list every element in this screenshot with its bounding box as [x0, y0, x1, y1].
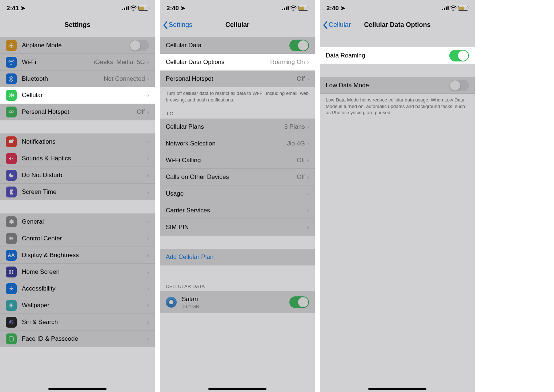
row-sim-pin[interactable]: SIM PIN ›: [160, 219, 315, 236]
row-add-plan[interactable]: Add Cellular Plan: [160, 249, 315, 265]
chevron-icon: ›: [307, 157, 309, 164]
row-cellular[interactable]: Cellular ›: [0, 87, 155, 104]
row-notifications[interactable]: Notifications ›: [0, 133, 155, 150]
row-label: Sounds & Haptics: [22, 155, 147, 162]
battery-icon: [458, 6, 468, 11]
row-hotspot[interactable]: Personal Hotspot Off ›: [160, 71, 315, 87]
row-value: Off: [297, 173, 305, 181]
svg-rect-3: [12, 270, 13, 271]
chevron-icon: ›: [147, 76, 149, 82]
low-data-toggle[interactable]: [449, 80, 469, 91]
row-network-selection[interactable]: Network Selection Jio 4G ›: [160, 135, 315, 152]
row-faceid[interactable]: Face ID & Passcode ›: [0, 331, 155, 347]
page-title: Cellular: [225, 21, 249, 29]
row-label: Carrier Services: [166, 207, 307, 214]
row-accessibility[interactable]: Accessibility ›: [0, 280, 155, 297]
chevron-icon: ›: [147, 285, 149, 292]
page-title: Cellular Data Options: [364, 21, 430, 29]
safari-toggle[interactable]: [289, 296, 309, 308]
row-screentime[interactable]: Screen Time ›: [0, 184, 155, 200]
chevron-icon: ›: [307, 191, 309, 197]
screentime-icon: [6, 187, 17, 197]
row-control-center[interactable]: Control Center ›: [0, 230, 155, 247]
row-dnd[interactable]: Do Not Disturb ›: [0, 167, 155, 184]
home-indicator[interactable]: [208, 388, 266, 390]
row-wifi[interactable]: Wi-Fi iGeeks_Media_5G ›: [0, 54, 155, 71]
home-indicator[interactable]: [368, 388, 426, 390]
row-hotspot[interactable]: Personal Hotspot Off ›: [0, 104, 155, 120]
row-label: Accessibility: [22, 285, 147, 292]
row-bluetooth[interactable]: Bluetooth Not Connected ›: [0, 71, 155, 87]
row-safari[interactable]: Safari 10.4 GB: [160, 291, 315, 313]
battery-icon: [298, 6, 308, 11]
chevron-icon: ›: [147, 155, 149, 162]
row-value: Off: [297, 157, 305, 164]
chevron-icon: ›: [147, 189, 149, 195]
dnd-icon: [6, 170, 17, 181]
faceid-icon: [6, 333, 17, 344]
row-label: Add Cellular Plan: [166, 253, 309, 261]
row-sounds[interactable]: Sounds & Haptics ›: [0, 150, 155, 167]
row-low-data-mode[interactable]: Low Data Mode: [320, 77, 475, 94]
wifi-settings-icon: [6, 57, 17, 68]
nav-bar: Cellular Cellular Data Options: [320, 16, 475, 34]
row-label: Cellular Data Options: [166, 59, 270, 66]
svg-point-6: [11, 287, 12, 288]
row-label: Face ID & Passcode: [22, 335, 147, 343]
cellular-icon: [6, 90, 17, 101]
row-siri[interactable]: Siri & Search ›: [0, 314, 155, 331]
row-calls-other[interactable]: Calls on Other Devices Off ›: [160, 169, 315, 185]
back-button[interactable]: Cellular: [323, 21, 351, 29]
svg-rect-2: [9, 270, 11, 271]
safari-icon: [166, 297, 177, 308]
cellular-data-toggle[interactable]: [289, 40, 309, 51]
chevron-icon: ›: [147, 139, 149, 145]
chevron-left-icon: [163, 21, 168, 29]
row-general[interactable]: General ›: [0, 213, 155, 230]
row-value: Roaming On: [270, 59, 305, 66]
row-label: Cellular Data: [166, 42, 289, 49]
status-time: 2:40: [166, 5, 179, 12]
svg-rect-5: [12, 272, 13, 274]
app-name: Safari: [182, 296, 289, 303]
row-carrier-services[interactable]: Carrier Services ›: [160, 202, 315, 219]
row-cellular-data-options[interactable]: Cellular Data Options Roaming On ›: [160, 54, 315, 71]
sounds-icon: [6, 153, 17, 164]
row-cellular-plans[interactable]: Cellular Plans 3 Plans ›: [160, 119, 315, 135]
chevron-icon: ›: [147, 59, 149, 65]
chevron-icon: ›: [307, 174, 309, 180]
signal-icon: [282, 6, 289, 10]
chevron-icon: ›: [147, 109, 149, 115]
row-label: Personal Hotspot: [22, 108, 137, 116]
back-button[interactable]: Settings: [163, 21, 192, 29]
row-usage[interactable]: Usage ›: [160, 185, 315, 202]
section-header: JIO: [160, 104, 315, 119]
row-label: Usage: [166, 190, 307, 197]
row-wallpaper[interactable]: Wallpaper ›: [0, 297, 155, 314]
row-home-screen[interactable]: Home Screen ›: [0, 264, 155, 280]
svg-point-10: [10, 321, 12, 323]
row-label: Cellular Plans: [166, 123, 284, 131]
row-value: Off: [137, 108, 145, 116]
row-data-roaming[interactable]: Data Roaming: [320, 47, 475, 64]
svg-rect-11: [9, 337, 13, 341]
row-label: Wi-Fi: [22, 59, 94, 66]
display-icon: AA: [6, 250, 17, 261]
roaming-toggle[interactable]: [449, 50, 469, 61]
section-header: CELLULAR DATA: [160, 265, 315, 291]
home-indicator[interactable]: [48, 388, 107, 390]
location-icon: ➤: [340, 4, 345, 12]
status-bar: 2:41➤: [0, 0, 155, 16]
chevron-icon: ›: [147, 319, 149, 325]
svg-point-9: [9, 320, 13, 324]
airplane-toggle[interactable]: [129, 40, 149, 51]
wifi-icon: [130, 5, 137, 11]
row-wifi-calling[interactable]: Wi-Fi Calling Off ›: [160, 152, 315, 169]
row-airplane[interactable]: Airplane Mode: [0, 37, 155, 54]
hotspot-icon: [6, 107, 17, 117]
row-label: Wi-Fi Calling: [166, 157, 297, 164]
chevron-icon: ›: [147, 302, 149, 309]
row-display[interactable]: AA Display & Brightness ›: [0, 247, 155, 264]
row-cellular-data[interactable]: Cellular Data: [160, 37, 315, 54]
row-label: Network Selection: [166, 140, 287, 147]
